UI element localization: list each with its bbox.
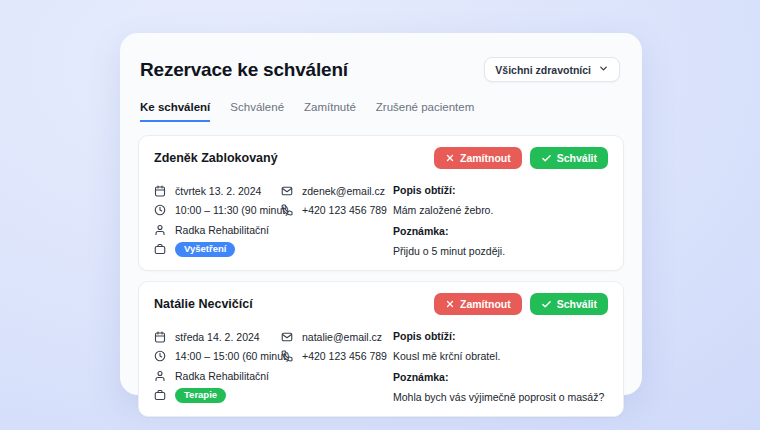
complaint-label: Popis obtíží: — [393, 181, 608, 201]
service-badge: Terapie — [175, 388, 226, 403]
tab-ke-schvaleni[interactable]: Ke schválení — [140, 101, 210, 122]
mail-icon — [281, 185, 293, 197]
note-text: Mohla bych vás výjimečně poprosit o masá… — [393, 388, 608, 408]
reservation-service: Terapie — [154, 386, 281, 406]
note-label: Poznámka: — [393, 222, 608, 242]
reservation-service: Vyšetření — [154, 240, 281, 260]
person-icon — [154, 370, 166, 382]
complaint-label: Popis obtíží: — [393, 327, 608, 347]
service-badge: Vyšetření — [175, 242, 235, 257]
reservation-practitioner: Radka Rehabilitační — [154, 220, 281, 240]
patient-email: natalie@email.cz — [281, 327, 393, 347]
reservation-date: čtvrtek 13. 2. 2024 — [154, 181, 281, 201]
reservation-time: 14:00 – 15:00 (60 minut) — [154, 347, 281, 367]
reservation-time: 10:00 – 11:30 (90 minut) — [154, 201, 281, 221]
calendar-icon — [154, 185, 166, 197]
phone-icon — [281, 350, 293, 362]
note-label: Poznámka: — [393, 368, 608, 388]
x-icon — [445, 299, 455, 309]
patient-name: Zdeněk Zablokovaný — [154, 151, 278, 165]
reservation-card: Natálie Necvičící Zamítnout Schválit — [138, 281, 624, 417]
reservation-date: středa 14. 2. 2024 — [154, 327, 281, 347]
complaint-text: Kousl mě krční obratel. — [393, 347, 608, 367]
reservations-panel: Rezervace ke schválení Všichni zdravotní… — [120, 33, 642, 395]
panel-header: Rezervace ke schválení Všichni zdravotní… — [120, 33, 642, 82]
reject-button[interactable]: Zamítnout — [434, 293, 522, 315]
reservation-list: Zdeněk Zablokovaný Zamítnout Schválit — [138, 135, 624, 417]
calendar-icon — [154, 331, 166, 343]
mail-icon — [281, 331, 293, 343]
practitioner-filter-dropdown[interactable]: Všichni zdravotníci — [484, 57, 620, 82]
reservation-practitioner: Radka Rehabilitační — [154, 366, 281, 386]
tab-zrusene-pacientem[interactable]: Zrušené pacientem — [376, 101, 474, 122]
practitioner-filter-label: Všichni zdravotníci — [495, 64, 591, 76]
patient-phone: +420 123 456 789 — [281, 347, 393, 367]
phone-icon — [281, 204, 293, 216]
clock-icon — [154, 350, 166, 362]
clock-icon — [154, 204, 166, 216]
person-icon — [154, 224, 166, 236]
chevron-down-icon — [598, 63, 609, 76]
reservation-card: Zdeněk Zablokovaný Zamítnout Schválit — [138, 135, 624, 271]
approve-button[interactable]: Schválit — [530, 293, 608, 315]
check-icon — [541, 299, 552, 310]
tab-zamitnute[interactable]: Zamítnuté — [304, 101, 356, 122]
complaint-text: Mám založené žebro. — [393, 201, 608, 221]
briefcase-icon — [154, 243, 166, 255]
note-text: Přijdu o 5 minut později. — [393, 242, 608, 262]
patient-email: zdenek@email.cz — [281, 181, 393, 201]
page-title: Rezervace ke schválení — [140, 59, 348, 81]
reject-button[interactable]: Zamítnout — [434, 147, 522, 169]
approve-button[interactable]: Schválit — [530, 147, 608, 169]
briefcase-icon — [154, 389, 166, 401]
patient-name: Natálie Necvičící — [154, 297, 253, 311]
tab-bar: Ke schválení Schválené Zamítnuté Zrušené… — [140, 101, 622, 122]
x-icon — [445, 153, 455, 163]
patient-phone: +420 123 456 789 — [281, 201, 393, 221]
tab-schvalene[interactable]: Schválené — [230, 101, 284, 122]
check-icon — [541, 153, 552, 164]
